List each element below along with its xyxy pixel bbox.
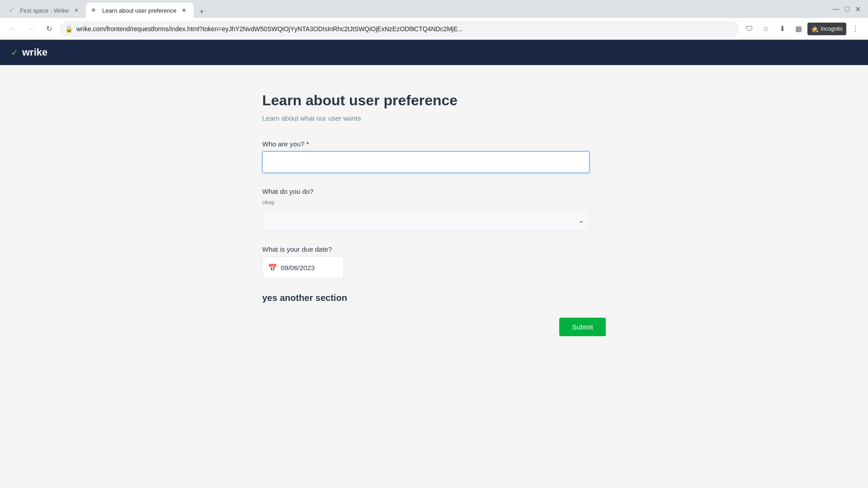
wrike-logo: ✓ wrike [11, 47, 47, 58]
back-button[interactable]: ← [5, 22, 20, 36]
sidebar-button[interactable]: ▦ [791, 22, 806, 36]
tab-title-1: First space - Wrike [20, 7, 69, 14]
sidebar-icon: ▦ [795, 24, 802, 33]
incognito-label: Incognito [821, 26, 843, 32]
due-date-value: 09/06/2023 [281, 264, 315, 272]
due-date-picker[interactable]: 📅 09/06/2023 [262, 257, 344, 278]
maximize-button[interactable]: □ [845, 5, 849, 13]
tab-first-space[interactable]: ✓ First space - Wrike ✕ [4, 3, 86, 18]
forward-button[interactable]: → [24, 22, 38, 36]
who-are-you-input[interactable] [262, 151, 590, 173]
tab-learn-preference[interactable]: ◉ Learn about user preference ✕ [86, 3, 193, 18]
wrike-header: ✓ wrike [0, 40, 868, 65]
tab-title-2: Learn about user preference [102, 7, 176, 14]
section-title: yes another section [262, 293, 606, 303]
menu-button[interactable]: ⋮ [848, 22, 863, 36]
wrike-logo-text: wrike [22, 47, 47, 58]
incognito-badge: 🕵 Incognito [807, 23, 846, 35]
wrike-checkmark-icon: ✓ [11, 47, 19, 58]
due-date-field: What is your due date? 📅 09/06/2023 [262, 245, 606, 278]
reload-icon: ↻ [46, 24, 52, 33]
new-tab-button[interactable]: + [195, 5, 208, 18]
download-button[interactable]: ⬇ [775, 22, 789, 36]
download-icon: ⬇ [779, 24, 785, 33]
what-do-you-do-sublabel: okay [262, 199, 606, 206]
back-icon: ← [9, 25, 16, 33]
minimize-button[interactable]: — [832, 5, 840, 13]
another-section: yes another section [262, 293, 606, 303]
what-do-you-do-dropdown[interactable]: Option 1 Option 2 Option 3 [262, 209, 590, 231]
shield-button[interactable]: 🛡 [742, 22, 757, 36]
who-are-you-field: Who are you? * [262, 140, 606, 173]
tab-favicon-1: ✓ [9, 7, 16, 14]
plus-icon: + [199, 7, 204, 17]
form-title: Learn about user preference [262, 92, 606, 109]
tab-favicon-2: ◉ [91, 7, 99, 14]
address-bar-container: 🔒 [60, 21, 739, 37]
what-do-you-do-field: What do you do? okay Option 1 Option 2 O… [262, 188, 606, 231]
who-are-you-label: Who are you? * [262, 140, 606, 148]
due-date-label: What is your due date? [262, 245, 606, 253]
form-description: Learn about what our user wants [262, 114, 606, 122]
address-bar[interactable] [76, 25, 733, 33]
what-do-you-do-dropdown-wrapper: Option 1 Option 2 Option 3 ⌄ [262, 209, 590, 231]
tab-close-1[interactable]: ✕ [72, 6, 80, 14]
lock-icon: 🔒 [65, 25, 73, 33]
incognito-icon: 🕵 [811, 25, 819, 33]
calendar-icon: 📅 [268, 263, 277, 272]
close-window-button[interactable]: ✕ [855, 5, 861, 14]
forward-icon: → [27, 25, 34, 33]
shield-icon: 🛡 [746, 25, 753, 33]
bookmark-icon: ☆ [763, 24, 769, 33]
menu-icon: ⋮ [852, 24, 859, 33]
form-wrapper: Learn about user preference Learn about … [253, 65, 615, 354]
reload-button[interactable]: ↻ [42, 22, 56, 36]
bookmark-button[interactable]: ☆ [759, 22, 773, 36]
tab-close-2[interactable]: ✕ [180, 6, 188, 14]
submit-button[interactable]: Submit [559, 318, 606, 336]
what-do-you-do-label: What do you do? [262, 188, 606, 195]
